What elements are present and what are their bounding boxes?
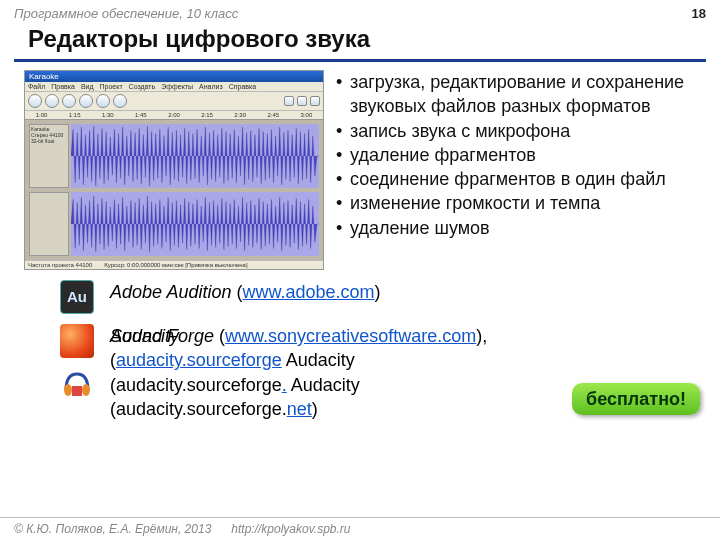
track-row [29,192,319,256]
copyright: © К.Ю. Поляков, Е.А. Ерёмин, 2013 [14,522,211,536]
screenshot-status-bar: Частота проекта 44100 Курсор: 0:00,00000… [25,260,323,269]
toolbar-button [96,94,110,108]
app-link[interactable]: net [287,399,312,419]
text: Audacity [282,350,355,370]
app-row-soundforge: Audacity Sound Forge (www.sonycreativeso… [60,324,690,421]
ruler-tick: 1:30 [102,112,114,118]
waveform [71,192,319,256]
track-info: Karaoke Стерео 44100 32-bit float [29,124,69,188]
svg-point-2 [64,384,72,396]
toolbar-button [62,94,76,108]
track-row: Karaoke Стерео 44100 32-bit float [29,124,319,188]
tail: ), [476,326,487,346]
ruler-tick: 1:45 [135,112,147,118]
page-number: 18 [692,6,706,21]
ruler-tick: 2:30 [234,112,246,118]
text: Audacity [287,375,360,395]
screenshot-time-ruler: 1:00 1:15 1:30 1:45 2:00 2:15 2:30 2:45 … [25,111,323,120]
screenshot-menu-bar: Файл Правка Вид Проект Создать Эффекты А… [25,82,323,92]
toolbar-button [297,96,307,106]
footer: © К.Ю. Поляков, Е.А. Ерёмин, 2013 http:/… [0,517,720,540]
menu-item: Проект [100,83,123,90]
app-screenshot: Karaoke Файл Правка Вид Проект Создать Э… [24,70,324,270]
app-row-audition: Au Adobe Audition (www.adobe.com) [60,280,690,314]
app-link[interactable]: audacity.sourceforge [116,350,282,370]
menu-item: Справка [229,83,256,90]
ruler-tick: 3:00 [301,112,313,118]
title-divider [14,59,706,62]
app-link[interactable]: www.adobe.com [242,282,374,302]
ruler-tick: 1:00 [36,112,48,118]
screenshot-window-title: Karaoke [25,71,323,82]
app-label: Adobe Audition (www.adobe.com) [110,280,381,304]
page-title: Редакторы цифрового звука [0,23,720,59]
toolbar-button [45,94,59,108]
track-info-line: 32-bit float [31,138,67,144]
feature-list: загрузка, редактирование и сохранение зв… [336,70,700,270]
list-item: изменение громкости и темпа [336,191,700,215]
list-item: запись звука с микрофона [336,119,700,143]
list-item: удаление шумов [336,216,700,240]
course-label: Программное обеспечение, 10 класс [14,6,238,21]
screenshot-toolbar [25,92,323,111]
screenshot-waveform-area: Karaoke Стерео 44100 32-bit float [25,120,323,260]
ruler-tick: 2:15 [201,112,213,118]
track-info [29,192,69,256]
ruler-tick: 2:45 [267,112,279,118]
toolbar-button [79,94,93,108]
list-item: удаление фрагментов [336,143,700,167]
app-link[interactable]: www.sonycreativesoftware.com [225,326,476,346]
toolbar-button [284,96,294,106]
status-right: Курсор: 0:00,000000 мин:сек [Привязка вы… [104,262,247,268]
menu-item: Вид [81,83,94,90]
toolbar-button [113,94,127,108]
menu-item: Создать [129,83,156,90]
soundforge-icon [60,324,94,358]
menu-item: Анализ [199,83,223,90]
menu-item: Файл [28,83,45,90]
text: (audacity.sourceforge [110,375,282,395]
svg-rect-4 [72,386,82,396]
text: (audacity.sourceforge. [110,399,287,419]
app-label: Audacity Sound Forge (www.sonycreativeso… [110,324,487,421]
text: ) [312,399,318,419]
menu-item: Эффекты [161,83,193,90]
app-name: Adobe Audition [110,282,231,302]
list-item: загрузка, редактирование и сохранение зв… [336,70,700,119]
ruler-tick: 1:15 [69,112,81,118]
svg-point-3 [82,384,90,396]
toolbar-button [28,94,42,108]
list-item: соединение фрагментов в один файл [336,167,700,191]
free-badge: бесплатно! [572,383,700,415]
status-left: Частота проекта 44100 [28,262,92,268]
toolbar-button [310,96,320,106]
menu-item: Правка [51,83,75,90]
overlap-text: Audacity [110,324,179,348]
ruler-tick: 2:00 [168,112,180,118]
footer-url: http://kpolyakov.spb.ru [231,522,350,536]
waveform [71,124,319,188]
audacity-icon [60,364,94,398]
adobe-audition-icon: Au [60,280,94,314]
